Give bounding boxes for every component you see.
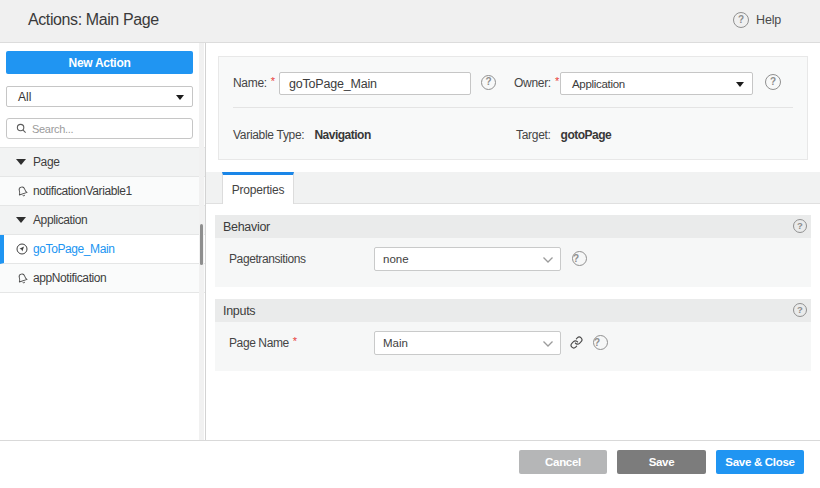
page-title: Actions: Main Page bbox=[28, 11, 159, 29]
filter-select-value: All bbox=[18, 90, 31, 104]
bind-value-button[interactable] bbox=[570, 336, 583, 349]
page-name-label: Page Name* bbox=[229, 336, 374, 350]
help-button[interactable]: Help bbox=[733, 12, 781, 28]
pagetransitions-label: Pagetransitions bbox=[229, 252, 374, 266]
tree-item-gotopage-main[interactable]: goToPage_Main bbox=[0, 235, 205, 264]
chevron-down-icon bbox=[543, 341, 553, 347]
main-panel: Name: * Owner: * Application Variable Ty… bbox=[206, 43, 820, 440]
variable-type-value: Navigation bbox=[314, 128, 370, 142]
collapse-triangle-icon bbox=[16, 217, 26, 223]
search-icon bbox=[16, 123, 27, 134]
tab-properties[interactable]: Properties bbox=[222, 172, 294, 204]
owner-select-value: Application bbox=[572, 78, 625, 90]
tree-item-label: goToPage_Main bbox=[33, 242, 115, 256]
tab-properties-label: Properties bbox=[232, 183, 285, 197]
footer-buttons: Cancel Save Save & Close bbox=[519, 450, 804, 474]
tree-group-label: Application bbox=[33, 213, 87, 227]
footer-bar: Cancel Save Save & Close bbox=[0, 440, 820, 488]
help-icon bbox=[733, 12, 749, 28]
card-divider bbox=[233, 107, 793, 108]
target-value: gotoPage bbox=[561, 128, 612, 142]
navigation-icon bbox=[16, 243, 28, 255]
tree-item-notificationvariable1[interactable]: notificationVariable1 bbox=[0, 177, 205, 206]
page-name-dropdown-value: Main bbox=[383, 337, 408, 349]
link-icon bbox=[570, 336, 583, 349]
actions-dialog: Actions: Main Page Help New Action All S… bbox=[0, 0, 820, 488]
behavior-section-header: Behavior bbox=[215, 215, 811, 238]
pagetransitions-help-icon[interactable] bbox=[572, 251, 587, 266]
caret-down-icon bbox=[736, 82, 744, 87]
actions-tree: Page notificationVariable1 Application bbox=[0, 147, 205, 293]
owner-required-asterisk: * bbox=[555, 75, 559, 87]
notification-icon bbox=[16, 185, 28, 197]
action-summary-card: Name: * Owner: * Application Variable Ty… bbox=[218, 56, 808, 160]
owner-select[interactable]: Application bbox=[560, 72, 753, 95]
tab-bar: Properties bbox=[206, 172, 820, 204]
behavior-help-icon[interactable] bbox=[793, 219, 807, 233]
inputs-help-icon[interactable] bbox=[793, 303, 807, 317]
collapse-triangle-icon bbox=[16, 159, 26, 165]
search-placeholder: Search... bbox=[32, 123, 73, 135]
page-name-required-asterisk: * bbox=[293, 335, 297, 347]
filter-select[interactable]: All bbox=[6, 86, 193, 107]
behavior-section-title: Behavior bbox=[223, 220, 270, 234]
inputs-section-title: Inputs bbox=[223, 304, 255, 318]
page-name-label-text: Page Name bbox=[229, 336, 289, 350]
name-required-asterisk: * bbox=[271, 75, 275, 87]
caret-down-icon bbox=[176, 95, 184, 100]
tree-item-label: appNotification bbox=[33, 271, 106, 285]
scrollbar-thumb[interactable] bbox=[200, 224, 203, 265]
dialog-header: Actions: Main Page Help bbox=[0, 0, 820, 43]
tree-item-label: notificationVariable1 bbox=[33, 184, 132, 198]
notification-icon bbox=[16, 272, 28, 284]
inputs-section-body: Page Name* Main bbox=[215, 322, 811, 371]
name-label: Name: bbox=[233, 76, 267, 90]
tree-item-appnotification[interactable]: appNotification bbox=[0, 264, 205, 293]
help-label: Help bbox=[756, 13, 781, 27]
inputs-section: Inputs Page Name* Main bbox=[215, 299, 811, 371]
behavior-section: Behavior Pagetransitions none bbox=[215, 215, 811, 287]
name-help-icon[interactable] bbox=[481, 75, 496, 90]
page-name-dropdown[interactable]: Main bbox=[374, 331, 561, 355]
sidebar-scrollbar[interactable] bbox=[199, 43, 204, 440]
owner-label: Owner: bbox=[514, 76, 551, 90]
dialog-body: New Action All Search... Page notif bbox=[0, 43, 820, 440]
pagetransitions-dropdown-value: none bbox=[383, 253, 409, 265]
chevron-down-icon bbox=[543, 257, 553, 263]
inputs-section-header: Inputs bbox=[215, 299, 811, 322]
cancel-button[interactable]: Cancel bbox=[519, 450, 607, 474]
target-label: Target: bbox=[516, 128, 551, 142]
search-input[interactable]: Search... bbox=[6, 118, 193, 139]
name-input[interactable] bbox=[279, 72, 471, 95]
sidebar: New Action All Search... Page notif bbox=[0, 43, 206, 440]
page-name-help-icon[interactable] bbox=[593, 335, 608, 350]
pagetransitions-dropdown[interactable]: none bbox=[374, 247, 561, 271]
tree-group-application[interactable]: Application bbox=[0, 206, 205, 235]
save-button[interactable]: Save bbox=[617, 450, 706, 474]
new-action-button[interactable]: New Action bbox=[6, 51, 193, 74]
tree-group-label: Page bbox=[33, 155, 59, 169]
owner-help-icon[interactable] bbox=[765, 74, 781, 90]
variable-type-label: Variable Type: bbox=[233, 128, 304, 142]
save-and-close-button[interactable]: Save & Close bbox=[716, 450, 804, 474]
tree-group-page[interactable]: Page bbox=[0, 148, 205, 177]
behavior-section-body: Pagetransitions none bbox=[215, 238, 811, 287]
